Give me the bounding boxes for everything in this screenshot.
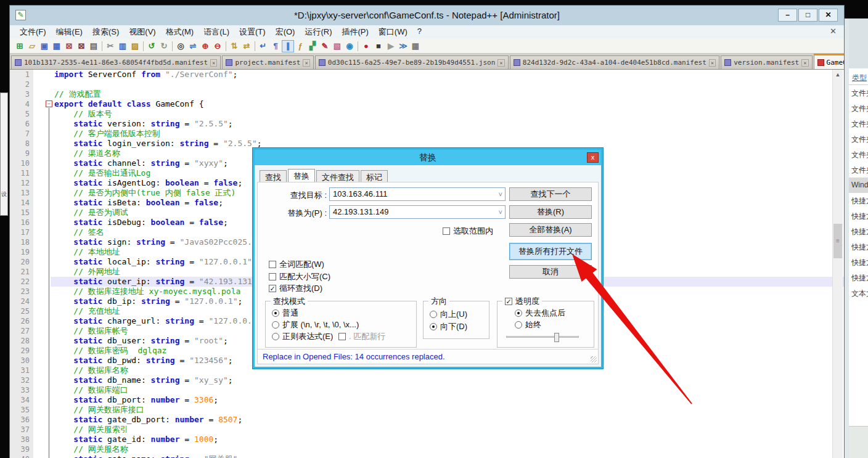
explorer-row[interactable]: 快捷方式 <box>849 208 868 224</box>
find-what-combobox[interactable]: 103.163.46.111 ˅ <box>329 187 506 201</box>
zoom-out-icon[interactable]: ⊖ <box>211 40 224 52</box>
combo-dropdown-icon[interactable]: ˅ <box>499 188 502 200</box>
find-icon[interactable]: ◎ <box>174 40 187 52</box>
menu-item[interactable]: 语言(L) <box>199 25 234 39</box>
radio-option[interactable]: 扩展 (\n, \r, \t, \0, \x...) <box>272 319 359 330</box>
explorer-row[interactable]: 快捷方式 <box>849 255 868 270</box>
dialog-tab-标记[interactable]: 标记 <box>361 170 388 182</box>
save-all-icon[interactable]: ▦ <box>51 40 63 52</box>
option-checkbox[interactable]: ✓循环查找(D) <box>269 283 322 294</box>
menu-item[interactable]: 插件(P) <box>337 25 373 39</box>
save-icon[interactable]: ▣ <box>38 40 51 52</box>
tab-project-manifest[interactable]: project.manifest✕ <box>222 55 313 69</box>
explorer-row[interactable]: 快捷方式 <box>849 239 868 255</box>
word-wrap-icon[interactable]: ↵ <box>257 40 269 52</box>
menu-item[interactable]: 格式(M) <box>161 25 199 39</box>
explorer-row[interactable]: 文件夹 <box>849 147 868 162</box>
resize-grip[interactable] <box>591 356 597 362</box>
document-list-icon[interactable]: ✎ <box>319 40 331 52</box>
dialog-tab-查找[interactable]: 查找 <box>260 170 287 182</box>
replace-icon[interactable]: ⇌ <box>187 40 199 52</box>
show-all-characters-icon[interactable]: ¶ <box>269 40 282 52</box>
menubar-close-icon[interactable]: ✕ <box>827 27 839 36</box>
close-all-icon[interactable]: ⊠ <box>75 40 88 52</box>
dialog-tab-替换[interactable]: 替换 <box>288 169 315 182</box>
paste-icon[interactable]: ▨ <box>129 40 141 52</box>
explorer-row[interactable]: 文件夹 <box>849 100 868 116</box>
macro-run-multiple-icon[interactable]: ≫ <box>397 40 409 52</box>
macro-stop-icon[interactable]: ■ <box>372 40 385 52</box>
sync-scroll-horizontal-icon[interactable]: ⇄ <box>240 40 253 52</box>
transparency-slider[interactable] <box>506 336 579 338</box>
macro-save-icon[interactable]: ▦ <box>409 40 422 52</box>
menu-item[interactable]: 窗口(W) <box>374 25 412 39</box>
function-list-icon[interactable]: ƒ <box>294 40 306 52</box>
radio-option[interactable]: 普通 <box>272 308 298 319</box>
replace-all-open-documents-button[interactable]: 替换所有打开文件 <box>509 243 592 260</box>
explorer-row[interactable]: 文件夹 <box>849 131 868 147</box>
replace-button[interactable]: 替换(R) <box>509 205 592 219</box>
radio-option[interactable]: 向上(U) <box>430 309 467 320</box>
dialog-tab-文件查找[interactable]: 文件查找 <box>316 170 359 182</box>
copy-icon[interactable]: ▥ <box>117 40 129 52</box>
cancel-button[interactable]: 取消 <box>509 265 592 279</box>
menu-item[interactable]: 视图(V) <box>124 25 160 39</box>
tab-close-icon[interactable]: ✕ <box>303 59 309 67</box>
fold-collapse-icon[interactable]: − <box>46 100 52 107</box>
indent-guide-icon[interactable]: ∥ <box>282 40 294 52</box>
explorer-row[interactable]: Wind <box>849 178 868 193</box>
dialog-title[interactable]: 替换 <box>255 150 601 165</box>
menu-item[interactable]: ? <box>412 25 427 39</box>
undo-icon[interactable]: ↺ <box>145 40 158 52</box>
minimize-button[interactable]: – <box>778 9 797 22</box>
open-folder-icon[interactable]: ▱ <box>26 40 38 52</box>
replace-all-button[interactable]: 全部替换(A) <box>509 223 592 237</box>
scrollbar-up-icon[interactable]: ▲ <box>833 70 843 80</box>
tab-close-icon[interactable]: ✕ <box>801 59 808 67</box>
slider-thumb[interactable] <box>554 333 559 342</box>
tab-101b1317-2535-4e11-86e3-68054f4fbd5d-manifest[interactable]: 101b1317-2535-4e11-86e3-68054f4fbd5d.man… <box>11 55 221 69</box>
explorer-row[interactable]: 快捷方式 <box>849 193 868 208</box>
combo-dropdown-icon[interactable]: ˅ <box>499 206 502 218</box>
macro-record-icon[interactable]: ● <box>360 40 372 52</box>
zoom-in-icon[interactable]: ⊕ <box>199 40 211 52</box>
menu-item[interactable]: 宏(O) <box>271 25 300 39</box>
folder-as-workspace-icon[interactable]: ▧ <box>331 40 343 52</box>
tab-close-icon[interactable]: ✕ <box>210 59 217 67</box>
option-checkbox[interactable]: 匹配大小写(C) <box>269 271 330 282</box>
tab-0d30c115-6a25-49e7-be89-2b19b49d4551-json[interactable]: 0d30c115-6a25-49e7-be89-2b19b49d4551.jso… <box>315 55 509 69</box>
explorer-row[interactable]: 文本文 <box>849 285 868 301</box>
close-button[interactable]: ✕ <box>819 9 838 22</box>
tab-version-manifest[interactable]: version.manifest✕ <box>721 55 812 69</box>
tab-close-icon[interactable]: ✕ <box>497 59 504 67</box>
radio-option[interactable]: 始终 <box>515 319 541 330</box>
redo-icon[interactable]: ↻ <box>158 40 170 52</box>
replace-with-combobox[interactable]: 42.193.131.149 ˅ <box>329 205 506 219</box>
explorer-row[interactable]: 快捷方式 <box>849 224 868 239</box>
maximize-button[interactable]: □ <box>798 9 817 22</box>
radio-option[interactable]: 失去焦点后 <box>515 308 565 319</box>
cut-icon[interactable]: ✂ <box>104 40 117 52</box>
option-checkbox[interactable]: 全词匹配(W) <box>269 259 324 270</box>
monitoring-icon[interactable]: ◉ <box>343 40 356 52</box>
menu-item[interactable]: 搜索(S) <box>88 25 124 39</box>
macro-play-icon[interactable]: ▶ <box>385 40 397 52</box>
explorer-type-column-header[interactable]: 类型 <box>849 69 868 85</box>
scrollbar-thumb[interactable]: ≡ <box>833 224 842 258</box>
explorer-row[interactable]: 文件夹 <box>849 162 868 178</box>
find-next-button[interactable]: 查找下一个 <box>509 187 592 201</box>
menu-item[interactable]: 文件(F) <box>15 25 51 39</box>
transparency-checkbox[interactable]: ✓ <box>505 298 512 305</box>
new-file-icon[interactable]: ⊞ <box>14 40 26 52</box>
menu-item[interactable]: 编辑(E) <box>51 25 88 39</box>
explorer-row[interactable]: 文件夹 <box>849 85 868 100</box>
menu-item[interactable]: 设置(T) <box>234 25 271 39</box>
print-icon[interactable]: ▤ <box>88 40 100 52</box>
close-file-icon[interactable]: ⊠ <box>63 40 75 52</box>
tab-gameconf-ts[interactable]: GameConf.ts✕ <box>814 54 844 69</box>
explorer-row[interactable]: 文件夹 <box>849 116 868 131</box>
editor-vertical-scrollbar[interactable]: ▲ ≡ <box>832 70 843 458</box>
sync-scroll-vertical-icon[interactable]: ⇅ <box>228 40 240 52</box>
matches-newline-checkbox[interactable]: . 匹配新行 <box>338 331 385 342</box>
radio-option[interactable]: 正则表达式(E) <box>272 331 333 342</box>
